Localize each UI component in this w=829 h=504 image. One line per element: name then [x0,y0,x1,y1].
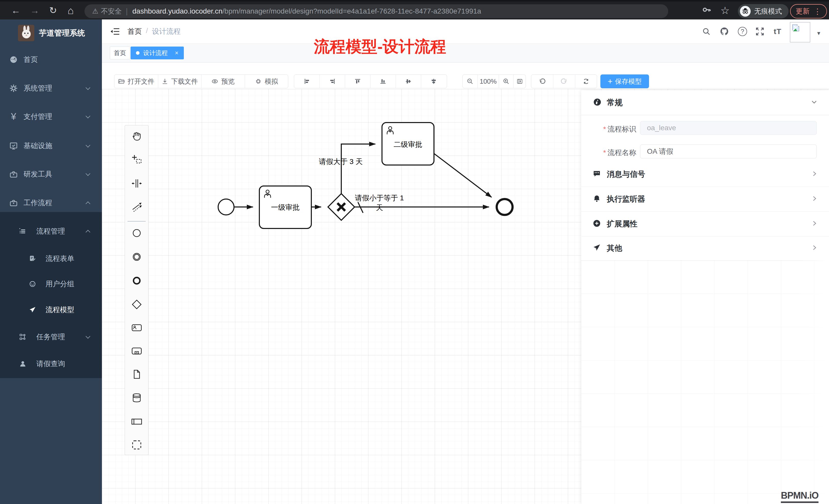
close-icon[interactable]: × [175,49,178,56]
sidebar-nav: 芋道管理系统 首页 系统管理 ¥ 支付管理 基础设施 研发工具 工作 [0,20,102,504]
sidebar-item-process-model[interactable]: 流程模型 [0,296,102,324]
simulate-button[interactable]: 模拟 [245,75,288,88]
task2-label[interactable]: 二级审批 [382,140,434,149]
kebab-menu-icon[interactable]: ⋮ [814,7,821,16]
section-message-signal[interactable]: 消息与信号 [581,162,829,187]
password-key-icon[interactable] [702,5,711,16]
section-label: 消息与信号 [607,169,645,180]
bpmn-workspace: 一级审批 二级审批 请假大于 3 天 请假小于等于 1 天 打开文件 下载文件 … [102,63,829,504]
save-model-button[interactable]: + 保存模型 [600,74,649,88]
avatar[interactable] [790,22,810,42]
site-security-chip[interactable]: ⚠ 不安全 [92,7,121,16]
align-bottom-button[interactable] [370,75,396,88]
task1-label[interactable]: 一级审批 [259,203,311,212]
tab-design-process[interactable]: 设计流程 × [131,46,184,60]
search-icon[interactable] [702,27,711,36]
paper-plane-icon [28,306,37,314]
restart-button[interactable] [575,75,597,88]
sidebar-item-infrastructure[interactable]: 基础设施 [0,131,102,160]
redo-button[interactable] [553,75,575,88]
general-section-title: 常规 [607,97,623,108]
general-section-header[interactable]: 常规 [581,90,829,115]
open-file-label: 打开文件 [128,77,154,86]
zoom-out-button[interactable] [463,75,477,88]
open-file-button[interactable]: 打开文件 [114,75,158,88]
address-bar[interactable]: ⚠ 不安全 | dashboard.yudao.iocoder.cn/bpm/m… [84,4,668,18]
intermediate-event-tool-icon[interactable] [131,251,143,263]
space-tool-icon[interactable] [131,178,143,189]
connect-tool-icon[interactable] [131,201,143,212]
align-top-button[interactable] [345,75,370,88]
browser-reload-icon[interactable]: ↻ [49,6,57,15]
avatar-caret-icon[interactable]: ▼ [816,31,821,36]
group-tool-icon[interactable] [131,439,143,451]
section-label: 扩展属性 [607,219,638,229]
sidebar-item-task-management[interactable]: 任务管理 [0,323,102,351]
align-horizontal-center-button[interactable] [421,75,446,88]
breadcrumb-home[interactable]: 首页 [128,27,142,36]
zoom-in-button[interactable] [499,75,513,88]
browser-back-icon[interactable]: ← [11,6,21,15]
gateway-tool-icon[interactable] [131,299,143,310]
list-icon [19,227,27,236]
sidebar-item-label: 流程表单 [45,254,74,264]
dashboard-icon [9,55,18,64]
align-vertical-center-button[interactable] [396,75,421,88]
section-other[interactable]: 其他 [581,236,829,261]
app-logo-row[interactable]: 芋道管理系统 [0,24,102,42]
sidebar-item-system[interactable]: 系统管理 [0,74,102,103]
process-name-input[interactable] [640,145,817,158]
subprocess-tool-icon[interactable] [131,345,143,357]
chevron-down-icon [810,99,818,107]
paper-plane-icon [593,244,601,253]
condition-label-over3days[interactable]: 请假大于 3 天 [318,157,364,166]
tab-home[interactable]: 首页 [110,46,130,60]
zoom-reset-button[interactable] [513,75,526,88]
sidebar-item-label: 用户分组 [45,279,74,289]
bpmn-io-watermark[interactable]: BPMN.iO [781,490,819,503]
download-file-button[interactable]: 下载文件 [158,75,202,88]
sidebar-item-home[interactable]: 首页 [0,45,102,74]
process-id-input[interactable] [640,121,817,135]
hand-tool-icon[interactable] [131,130,143,142]
sidebar-item-user-group[interactable]: 用户分组 [0,270,102,298]
undo-button[interactable] [531,75,553,88]
user-task-tool-icon[interactable] [131,322,143,334]
align-right-button[interactable] [320,75,345,88]
sidebar-item-process-form[interactable]: 流程表单 [0,244,102,273]
lasso-tool-icon[interactable] [131,154,143,165]
preview-button[interactable]: 预览 [201,75,245,88]
section-execution-listener[interactable]: 执行监听器 [581,187,829,211]
palette-divider [128,221,146,222]
section-extended-attributes[interactable]: 扩展属性 [581,211,829,236]
browser-update-button[interactable]: 更新 ⋮ [790,4,827,18]
help-icon[interactable]: ? [738,27,747,36]
data-store-tool-icon[interactable] [131,392,143,404]
font-size-icon[interactable]: tT [774,27,781,36]
browser-home-icon[interactable]: ⌂ [68,5,74,15]
fullscreen-icon[interactable] [755,27,764,36]
pool-tool-icon[interactable] [131,416,143,427]
sidebar-item-workflow[interactable]: 工作流程 [0,189,102,217]
document-edit-icon [28,254,37,263]
condition-label-within1day[interactable]: 请假小于等于 1 天 [351,193,407,212]
start-event-tool-icon[interactable] [131,227,143,239]
sidebar-collapse-icon[interactable] [111,27,120,36]
data-object-tool-icon[interactable] [131,369,143,380]
sidebar-item-leave-query[interactable]: 请假查询 [0,349,102,378]
chevron-up-icon [85,230,90,234]
section-label: 执行监听器 [607,194,645,204]
browser-toolbar: ← → ↻ ⌂ ⚠ 不安全 | dashboard.yudao.iocoder.… [0,0,829,20]
end-event-tool-icon[interactable] [131,275,143,286]
info-icon [593,98,601,107]
chevron-up-icon [85,201,90,206]
update-label: 更新 [796,7,809,16]
align-left-button[interactable] [294,75,320,88]
sidebar-item-payment[interactable]: ¥ 支付管理 [0,102,102,131]
sidebar-item-process-management[interactable]: 流程管理 [0,217,102,245]
browser-forward-icon[interactable]: → [30,6,39,15]
message-icon [593,170,601,179]
bookmark-star-icon[interactable]: ☆ [720,5,730,15]
sidebar-item-dev-tools[interactable]: 研发工具 [0,160,102,189]
github-icon[interactable] [719,27,729,36]
